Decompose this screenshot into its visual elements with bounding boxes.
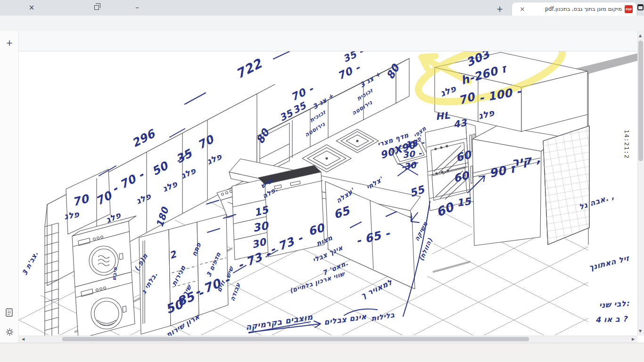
edge-sidebar: + [0,31,19,343]
handwritten-annotation: 14:21:2 [623,130,630,159]
scroll-right-arrow[interactable]: ▶ [632,337,635,341]
scroll-left-arrow[interactable]: ◀ [22,337,25,341]
handwritten-annotation: 15 [456,196,472,209]
handwritten-annotation: זיל האתונך [588,254,630,272]
pdf-file-icon: PDF [625,5,633,13]
window-minimize-button[interactable]: – [126,0,148,15]
horizontal-scrollbar-thumb[interactable] [62,337,529,341]
vertical-tabs-icon[interactable] [637,4,644,10]
window-restore-button[interactable] [86,0,107,15]
handwritten-annotation: 55 [408,183,427,199]
handwritten-annotation: 30 [403,160,418,172]
handwritten-annotation: 70 - [336,61,362,82]
pdf-toolbar: מחק סימון צייר קרא בקול רם A תצוגת עמוד … [0,31,644,51]
scroll-up-arrow[interactable]: ▲ [639,33,642,38]
pdf-page[interactable]: 72235 -8070 -70 -35353 צג +זכוכיתנירוסטה… [19,51,637,336]
handwritten-annotation: 722 [233,56,265,82]
handwritten-annotation: ב או 4 ? [595,314,628,324]
sidebar-document-icon[interactable] [6,308,13,317]
handwritten-annotation: לבי שני: [599,299,629,310]
taskbar: 5 17:51 14/02/2023 עבר P W /A [0,343,644,362]
navigation-bar: ⋯ C:/Users/רחלי/Documents/שרוליק/דירה%20… [0,16,644,31]
sidebar-add-icon[interactable]: + [0,38,19,48]
scroll-down-arrow[interactable]: ▼ [639,329,642,333]
sidebar-settings-gear-icon[interactable] [6,328,13,336]
handwritten-annotation: HL [435,110,451,123]
vertical-scrollbar-thumb[interactable] [638,41,643,161]
tab-close-icon[interactable]: × [520,5,525,13]
window-close-button[interactable]: × [21,0,42,15]
new-tab-button[interactable]: + [493,2,506,16]
title-bar: × – + PDF מיקום מזגן בתוך גבס, בתכנון.pd… [0,0,644,16]
handwritten-annotation: 30 - [402,148,423,160]
restore-icon [94,5,99,10]
handwritten-annotation: צב'ת 3. [21,250,40,277]
handwritten-annotation: 296 [130,127,158,150]
browser-tab[interactable]: PDF מיקום מזגן בתוך גבס, בתכנון.pdf × [512,2,636,16]
kitchen-sketch: 72235 -8070 -70 -35353 צג +זכוכיתנירוסטה… [19,51,637,336]
tab-title: מיקום מזגן בתוך גבס, בתכנון.pdf [526,6,622,12]
